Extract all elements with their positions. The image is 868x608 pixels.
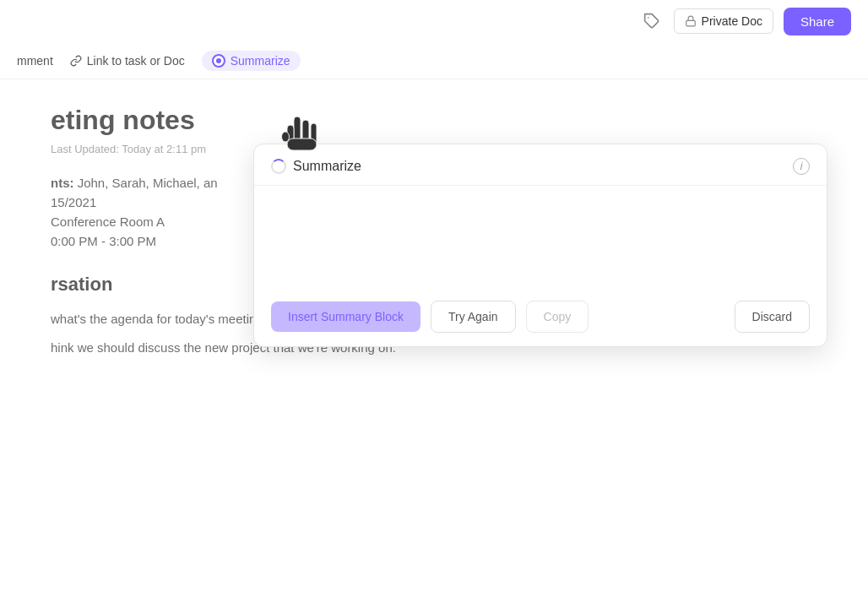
doc-title: eting notes xyxy=(51,105,817,136)
comment-label: mment xyxy=(17,54,53,68)
tag-icon[interactable] xyxy=(640,9,664,33)
private-doc-button[interactable]: Private Doc xyxy=(674,8,773,34)
comment-toolbar-item[interactable]: mment xyxy=(17,54,53,68)
info-icon[interactable]: i xyxy=(793,158,810,175)
summarize-dialog: Summarize i Insert Summary Block Try Aga… xyxy=(253,144,827,347)
svg-rect-1 xyxy=(686,20,695,25)
dialog-header: Summarize i xyxy=(254,144,827,186)
summarize-dot-icon xyxy=(212,54,225,68)
dialog-title: Summarize xyxy=(293,159,361,174)
dialog-title-row: Summarize xyxy=(271,159,361,174)
copy-button[interactable]: Copy xyxy=(526,301,589,333)
dialog-body xyxy=(254,186,827,287)
toolbar: mment Link to task or Doc Summarize xyxy=(0,42,868,79)
dialog-footer: Insert Summary Block Try Again Copy Disc… xyxy=(254,287,827,346)
dialog-spinner-icon xyxy=(271,159,286,174)
discard-button[interactable]: Discard xyxy=(735,301,810,333)
insert-summary-block-button[interactable]: Insert Summary Block xyxy=(271,301,420,332)
top-bar: Private Doc Share xyxy=(0,0,868,42)
try-again-button[interactable]: Try Again xyxy=(431,301,516,333)
link-label: Link to task or Doc xyxy=(87,54,185,68)
link-toolbar-item[interactable]: Link to task or Doc xyxy=(70,54,185,68)
summarize-label: Summarize xyxy=(231,54,290,68)
share-button[interactable]: Share xyxy=(784,8,851,35)
summarize-toolbar-item[interactable]: Summarize xyxy=(202,51,301,71)
